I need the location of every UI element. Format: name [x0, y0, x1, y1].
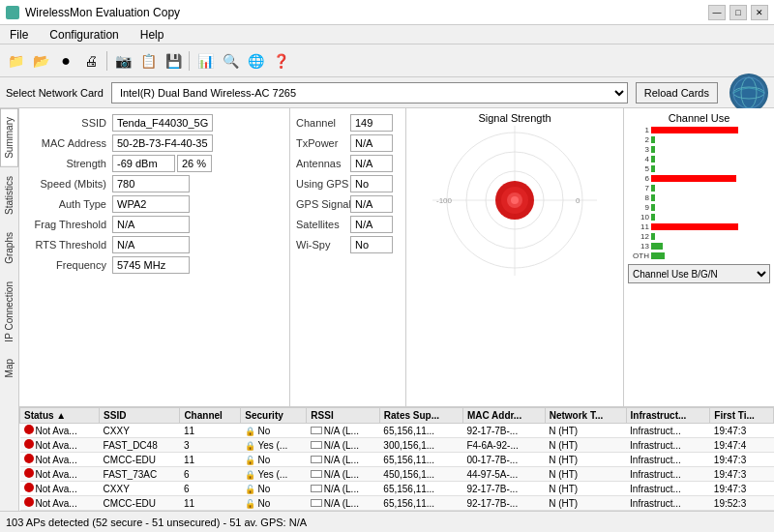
- auth-value: WPA2: [112, 195, 190, 213]
- info-panel: SSID Tenda_F44030_5G MAC Address 50-2B-7…: [19, 108, 290, 406]
- toolbar-screenshot[interactable]: 📷: [111, 49, 134, 73]
- table-row[interactable]: Not Ava... CXXY 11 🔒 No N/A (L... 65,156…: [20, 424, 774, 438]
- col-rates[interactable]: Rates Sup...: [379, 408, 462, 424]
- toolbar-save[interactable]: 💾: [162, 49, 185, 73]
- table-row[interactable]: Not Ava... CMCC-EDU 11 🔓 No N/A (L... 65…: [20, 453, 774, 467]
- cell-security: 🔓 No: [241, 453, 307, 467]
- cell-rssi: N/A (L...: [307, 424, 380, 438]
- cell-channel: 3: [180, 438, 241, 453]
- txpower-value: N/A: [350, 134, 393, 152]
- ssid-value: Tenda_F44030_5G: [112, 114, 213, 132]
- toolbar-folder[interactable]: 📂: [29, 49, 52, 73]
- channel-bar-fill: [651, 194, 655, 201]
- sidebar-tab-statistics[interactable]: Statistics: [0, 167, 18, 223]
- sidebar-tab-map[interactable]: Map: [0, 350, 18, 386]
- toolbar-open[interactable]: 📁: [4, 49, 27, 73]
- minimize-button[interactable]: —: [708, 5, 726, 20]
- status-dot: [24, 425, 34, 434]
- maximize-button[interactable]: □: [729, 5, 747, 20]
- strength-pct: 26 %: [177, 155, 212, 172]
- channel-bar-fill: [651, 223, 738, 230]
- channel-bar-row: 5: [628, 164, 770, 173]
- cell-first: 19:47:3: [710, 467, 774, 482]
- toolbar-search[interactable]: 🔍: [219, 49, 242, 73]
- channel-bar-row: 6: [628, 174, 770, 183]
- satellites-label: Satellites: [296, 219, 350, 230]
- cell-status: Not Ava...: [20, 453, 100, 467]
- gps-label: Using GPS: [296, 178, 350, 190]
- cell-rssi: N/A (L...: [307, 496, 380, 511]
- titlebar-controls[interactable]: — □ ✕: [708, 5, 768, 20]
- toolbar-help[interactable]: ❓: [269, 49, 292, 73]
- channel-bar-label: 9: [628, 203, 649, 212]
- netcard-select[interactable]: Intel(R) Dual Band Wireless-AC 7265: [111, 82, 628, 103]
- cell-rates: 65,156,11...: [379, 482, 462, 496]
- menubar: File Configuration Help: [0, 25, 774, 44]
- status-dot: [24, 439, 34, 449]
- sidebar-tab-summary[interactable]: Summary: [0, 108, 18, 167]
- antennas-label: Antennas: [296, 158, 350, 169]
- svg-text:-100: -100: [436, 196, 453, 205]
- cell-ssid: CMCC-EDU: [100, 496, 180, 511]
- table-row[interactable]: Not Ava... CMCC-EDU 11 🔓 No N/A (L... 65…: [20, 496, 774, 511]
- col-mac[interactable]: MAC Addr...: [462, 408, 545, 424]
- signal-title: Signal Strength: [410, 112, 619, 124]
- cell-rates: 450,156,1...: [379, 467, 462, 482]
- col-network[interactable]: Network T...: [545, 408, 626, 424]
- table-row[interactable]: Not Ava... FAST_DC48 3 🔒 Yes (... N/A (L…: [20, 438, 774, 453]
- titlebar: WirelessMon Evaluation Copy — □ ✕: [0, 0, 774, 25]
- channel-bar-label: 12: [628, 232, 649, 241]
- auth-label: Auth Type: [25, 198, 112, 210]
- toolbar-network[interactable]: 🌐: [244, 49, 267, 73]
- channel-bar-label: 11: [628, 222, 649, 231]
- titlebar-title: WirelessMon Evaluation Copy: [25, 6, 180, 19]
- channel-bar-label: 10: [628, 213, 649, 222]
- sidebar: Summary Statistics Graphs IP Connection …: [0, 108, 19, 511]
- toolbar-record[interactable]: ●: [54, 49, 77, 73]
- channel-bar-label: 5: [628, 164, 649, 173]
- toolbar-chart[interactable]: 📊: [194, 49, 217, 73]
- cell-mac: F4-6A-92-...: [462, 438, 545, 453]
- cell-network: N (HT): [545, 496, 626, 511]
- cell-rates: 65,156,11...: [379, 453, 462, 467]
- netcard-label: Select Network Card: [6, 87, 104, 99]
- toolbar-copy[interactable]: 📋: [136, 49, 160, 73]
- channel-bar-fill: [651, 136, 655, 143]
- col-channel[interactable]: Channel: [180, 408, 241, 424]
- channel-use-select[interactable]: Channel Use B/G/N Channel Use A/N/AC: [628, 264, 770, 283]
- gpssignal-row: GPS Signal N/A: [296, 195, 400, 213]
- channel-bar-fill: [651, 156, 655, 163]
- channel-bar-label: 13: [628, 242, 649, 251]
- col-ssid[interactable]: SSID: [100, 408, 180, 424]
- titlebar-left: WirelessMon Evaluation Copy: [6, 6, 180, 19]
- menu-configuration[interactable]: Configuration: [44, 27, 124, 43]
- col-status[interactable]: Status ▲: [20, 408, 100, 424]
- col-first[interactable]: First Ti...: [710, 408, 774, 424]
- toolbar-print[interactable]: 🖨: [79, 49, 103, 73]
- close-button[interactable]: ✕: [751, 5, 768, 20]
- col-rssi[interactable]: RSSI: [307, 408, 380, 424]
- channel-bar-fill: [651, 185, 655, 192]
- col-infra[interactable]: Infrastruct...: [626, 408, 710, 424]
- gpssignal-label: GPS Signal: [296, 198, 350, 210]
- lock-icon: 🔒: [245, 441, 255, 451]
- col-security[interactable]: Security: [241, 408, 307, 424]
- channel-use-dropdown[interactable]: Channel Use B/G/N Channel Use A/N/AC: [628, 264, 770, 283]
- mac-value: 50-2B-73-F4-40-35: [112, 134, 213, 152]
- table-row[interactable]: Not Ava... CXXY 6 🔓 No N/A (L... 65,156,…: [20, 482, 774, 496]
- menu-help[interactable]: Help: [134, 27, 170, 43]
- reload-cards-button[interactable]: Reload Cards: [636, 82, 718, 103]
- strength-value: -69 dBm: [112, 155, 175, 172]
- menu-file[interactable]: File: [4, 27, 34, 43]
- sidebar-tab-graphs[interactable]: Graphs: [0, 223, 18, 273]
- table-row[interactable]: Not Ava... FAST_73AC 6 🔒 Yes (... N/A (L…: [20, 467, 774, 482]
- cell-first: 19:47:3: [710, 453, 774, 467]
- nolock-icon: 🔓: [245, 499, 255, 509]
- toolbar: 📁 📂 ● 🖨 📷 📋 💾 📊 🔍 🌐 ❓: [0, 44, 774, 77]
- sidebar-tab-ipconnection[interactable]: IP Connection: [0, 273, 18, 351]
- cell-channel: 11: [180, 424, 241, 438]
- cell-network: N (HT): [545, 453, 626, 467]
- table-scroll[interactable]: Status ▲ SSID Channel Security RSSI Rate…: [19, 407, 774, 511]
- cell-rssi: N/A (L...: [307, 453, 380, 467]
- cell-mac: 92-17-7B-...: [462, 496, 545, 511]
